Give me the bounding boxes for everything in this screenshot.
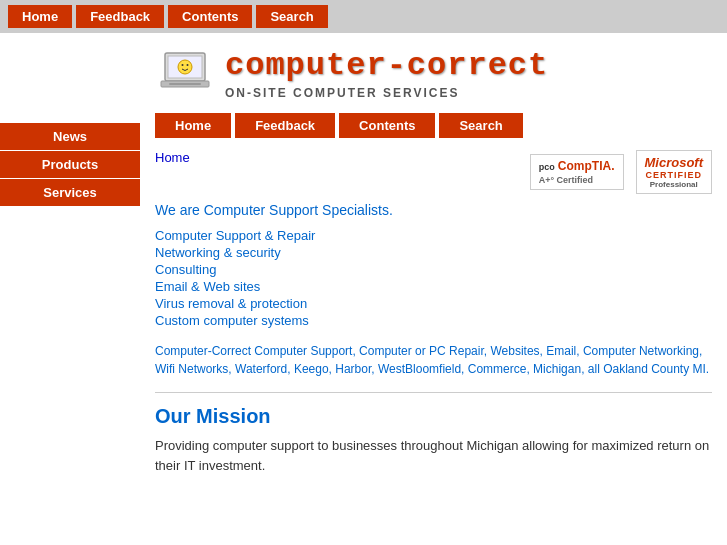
second-navigation: Home Feedback Contents Search (155, 113, 712, 138)
service-list-item[interactable]: Virus removal & protection (155, 296, 712, 311)
tagline: We are Computer Support Specialists. (155, 202, 712, 218)
second-nav-search-button[interactable]: Search (439, 113, 522, 138)
service-list-item[interactable]: Consulting (155, 262, 712, 277)
ms-professional-text: Professional (650, 180, 698, 189)
mission-title: Our Mission (155, 405, 712, 428)
section-divider (155, 392, 712, 393)
top-nav-search-button[interactable]: Search (256, 5, 327, 28)
breadcrumb[interactable]: Home (155, 150, 190, 165)
logo-title: computer-correct (225, 47, 548, 84)
services-list: Computer Support & RepairNetworking & se… (155, 228, 712, 328)
logo-text-area: computer-correct ON-SITE COMPUTER SERVIC… (225, 47, 548, 100)
header-area: computer-correct ON-SITE COMPUTER SERVIC… (155, 43, 712, 103)
logo-icon (155, 43, 215, 103)
comptia-text: pco CompTIA. A+° Certified (539, 159, 615, 185)
mission-text: Providing computer support to businesses… (155, 436, 712, 475)
ms-certified-text: CERTIFIED (645, 170, 702, 180)
breadcrumb-area: Home pco CompTIA. A+° Certified Microsof… (155, 150, 712, 194)
svg-point-4 (187, 64, 189, 66)
comptia-certified-text: A+° Certified (539, 175, 593, 185)
page-layout: News Products Services (0, 33, 727, 533)
sidebar-item-services[interactable]: Services (0, 179, 140, 206)
logo-subtitle: ON-SITE COMPUTER SERVICES (225, 86, 548, 100)
top-nav-home-button[interactable]: Home (8, 5, 72, 28)
top-nav-contents-button[interactable]: Contents (168, 5, 252, 28)
top-nav-feedback-button[interactable]: Feedback (76, 5, 164, 28)
comptia-badge: pco CompTIA. A+° Certified (530, 154, 624, 190)
top-navigation: Home Feedback Contents Search (0, 0, 727, 33)
microsoft-badge: Microsoft CERTIFIED Professional (636, 150, 713, 194)
service-list-item[interactable]: Networking & security (155, 245, 712, 260)
svg-point-2 (178, 60, 192, 74)
sidebar-item-products[interactable]: Products (0, 151, 140, 178)
microsoft-title: Microsoft (645, 155, 704, 170)
sidebar-item-news[interactable]: News (0, 123, 140, 150)
svg-point-3 (182, 64, 184, 66)
svg-rect-6 (169, 83, 201, 85)
description-paragraph: Computer-Correct Computer Support, Compu… (155, 342, 712, 378)
main-content: computer-correct ON-SITE COMPUTER SERVIC… (140, 33, 727, 533)
second-nav-contents-button[interactable]: Contents (339, 113, 435, 138)
service-list-item[interactable]: Email & Web sites (155, 279, 712, 294)
second-nav-home-button[interactable]: Home (155, 113, 231, 138)
second-nav-feedback-button[interactable]: Feedback (235, 113, 335, 138)
certifications-area: pco CompTIA. A+° Certified Microsoft CER… (530, 150, 712, 194)
service-list-item[interactable]: Custom computer systems (155, 313, 712, 328)
service-list-item[interactable]: Computer Support & Repair (155, 228, 712, 243)
sidebar: News Products Services (0, 33, 140, 533)
